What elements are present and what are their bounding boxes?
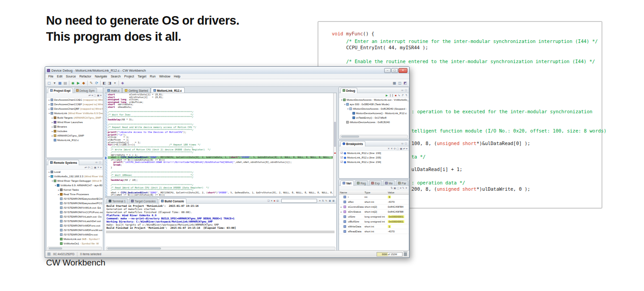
tree-item[interactable]: /SYSTEMROM/VxMDFuncW.out [47,228,103,232]
scroll-lock-icon[interactable]: ⇅ [322,199,326,202]
garbage-collect-icon[interactable] [404,252,407,256]
menu-project[interactable]: Project [123,75,136,78]
heap-monitor[interactable]: 66M of 152M [377,252,402,257]
tab-project-expl[interactable]: Project Expl [48,88,73,93]
remote-systems-toolbar[interactable]: ⇄ ⟳ ▢ ▣ ✕ ▾ [47,165,103,170]
breakpoint-item[interactable]: ☑MotionLink_R12.c [line: 205] [339,155,409,160]
word-wrap-icon[interactable]: ✎ [326,199,329,202]
tree-item[interactable]: VxWorksOs1 - Symbol file: W [47,241,103,246]
tab-debug-sym[interactable]: Debug Sym [74,88,97,93]
step-over-icon[interactable]: ↱ [402,94,404,97]
menu-edit[interactable]: Edit [55,75,64,78]
tree-item[interactable]: ▸Build Targets (ARMARCH7gnu_SMP - [47,116,103,120]
tree-item[interactable]: ▾VxWorks6x_192.168.3.3 (Wind River VxW [47,174,103,179]
tree-item[interactable]: MotionLink.out 0kB - Symbol f [47,237,103,241]
console-tab-build-console[interactable]: Build Console [159,198,186,204]
resume-icon[interactable]: ▶ [386,94,388,97]
menu-window[interactable]: Window [157,75,172,78]
perspective-cpp-icon[interactable]: ◫ [397,80,402,86]
column-header-type[interactable]: Type [364,191,388,194]
tree-item[interactable]: ▸ARMARCH7gnu_SMP [47,133,103,138]
tree-item[interactable]: vxTaskEntry() - 0x17d6e8 [339,116,409,120]
panel-minmax-icons[interactable]: ▭ ▢ [401,89,407,91]
project-explorer-toolbar[interactable]: ⇄ ▾ ▢ ▣ ▾ [47,93,103,98]
tab-reg[interactable]: Reg [355,180,368,186]
tree-item[interactable]: ▾MotionLink (Wind River VxWorks 6.9 Dev [47,111,103,116]
tree-item[interactable]: /SYSTEMROM/VxWLib.out: Ea [47,205,103,210]
minimize-button[interactable]: – [384,68,391,73]
tree-item[interactable]: ▸Binaries [47,124,103,129]
edit-icon[interactable]: ✎ [89,80,94,86]
new-icon[interactable]: ▢ [47,80,52,86]
tab-debug[interactable]: Debug [340,88,357,93]
editor-body[interactable]: short sControlData[2] = {0,0};short sDrv… [108,94,333,196]
console-toolbar-icons-2[interactable]: ▾ ⇅ ✎ ▣ ▦ [319,199,335,202]
tree-item[interactable]: ▸Local [47,170,103,174]
variables-header[interactable]: NameTypeValue [339,190,409,195]
tree-item[interactable]: ▸DevAccessChanCCIEC [mapped to] Wind [47,98,103,102]
tree-item[interactable]: /SYSTEMROM/VxMtlDrv.out: [47,232,103,237]
variable-row[interactable]: ulBufSizelong unsigned int0x00000001 [339,219,409,224]
pin-console-icon[interactable]: ❏ [267,199,271,202]
tree-item[interactable]: tMotionDeviceAccess : 0x8C8240 [339,120,409,124]
menu-help[interactable]: Help [172,75,182,78]
variable-row[interactable]: ulSizelong unsigned int0x00000001 [339,214,409,219]
refresh-icon[interactable]: ⟳ [94,80,99,86]
console-display-combo[interactable] [281,199,317,203]
tree-item[interactable]: ▸Wind River Launches [47,120,103,124]
history-icon[interactable]: ▾ [112,80,118,86]
remote-systems-hscroll[interactable] [47,247,102,250]
debug-hscroll[interactable] [340,135,408,138]
panel-minmax-icons[interactable]: ▭ ▢ [401,142,407,145]
tree-item[interactable]: ▸DevAccessChanQBF [mapped to] Wind R [47,107,103,111]
step-into-icon[interactable]: ↳ [398,94,400,97]
tree-item[interactable]: ▸Real Time Processes [47,192,103,197]
tree-item[interactable]: /SYSTEMROM/VxCCPUFunc.out [47,210,103,214]
perspective-other-icon[interactable]: ◩ [402,80,408,86]
debug-toolbar[interactable]: ▶❙❙■↳↱↰ [339,93,409,98]
menu-file[interactable]: File [47,75,55,78]
tree-item[interactable]: MotionLink_R12.c [47,138,103,142]
menu-source[interactable]: Source [64,75,77,78]
panel-minmax-icons[interactable]: ▭ ▢ [95,161,102,163]
tree-item[interactable]: ▾MotionDeviceAccess - MotionLink.out - V… [339,98,409,102]
tree-item[interactable]: /SYSTEMROM/Easysocket/PCC [47,201,103,205]
tree-item[interactable]: /SYSTEMROM/VxMDFunc.out: [47,223,103,228]
title-bar[interactable]: Device Debug - MotionLink/MotionLink_R12… [45,67,409,74]
tree-item[interactable]: MotionDeviceAccess() - MotionLink_R12.c: [339,111,409,116]
tree-item[interactable]: /SYSTEMROM/VxLatch.out: Ou [47,214,103,219]
debug-icon[interactable]: ◉ [70,80,76,86]
tree-item[interactable]: /SYSTEMROM/VxLatchDef.out: [47,219,103,223]
menu-refactor[interactable]: Refactor [78,75,93,78]
tab-vari[interactable]: Vari [340,180,354,186]
tab-breakpoints[interactable]: Breakpoints [340,141,365,146]
editor-vscroll[interactable] [333,93,336,196]
save-icon[interactable]: ▦ [57,80,63,86]
expander-icon[interactable]: ▸ [340,210,343,213]
suspend-icon[interactable]: ❙❙ [389,94,394,97]
tab-me[interactable]: Me [383,180,395,186]
new-menu-icon[interactable]: ▾ [52,80,57,86]
menu-navigate[interactable]: Navigate [93,75,109,78]
menu-run[interactable]: Run [148,75,157,78]
tree-item[interactable]: ▾VxWorks 6.9: ARMARCH7 - ays-80 [47,183,103,188]
breakpoint-item[interactable]: ☑MotionLink_R12.c [line: 234] [339,160,409,164]
variable-row[interactable]: ▸sControlDatashort int[2]0x84C49FB4 [339,205,409,210]
maximize-button[interactable]: ▢ [391,68,398,73]
column-header-value[interactable]: Value [388,191,409,194]
prev-icon[interactable]: ◧ [102,80,107,86]
variable-row[interactable]: sWriteDatashort int1 [339,224,409,229]
tree-item[interactable]: ▸Includes [47,129,103,133]
perspective-debug-icon[interactable]: ▦ [392,80,397,86]
step-return-icon[interactable]: ↰ [405,94,407,97]
checkbox-checked-icon[interactable]: ☑ [340,156,343,159]
breakpoints-toolbar[interactable]: ✕ ✕ ⊘ ▢ ▣ ⇄ ▾ [339,146,409,151]
close-button[interactable]: ✕ [398,68,407,73]
console-body[interactable]: Build Started in Project 'MotionLink': 2… [105,204,336,230]
right-sash[interactable] [337,87,339,250]
next-icon[interactable]: ◨ [107,80,112,86]
variable-row[interactable]: sReadDatashort int-4370 [339,229,409,234]
search-icon[interactable]: ◈ [120,80,125,86]
checkbox-checked-icon[interactable]: ☑ [340,160,343,164]
tree-item[interactable]: /SYSTEMROM/Easysocket/ECH [47,197,103,201]
